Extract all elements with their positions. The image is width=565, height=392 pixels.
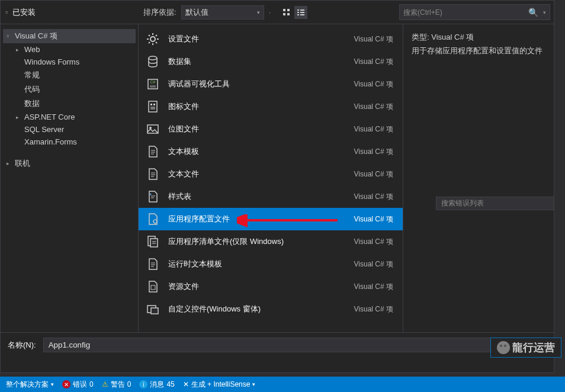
- doc-icon: [145, 143, 161, 160]
- small-icons-view-button[interactable]: [280, 6, 293, 19]
- detail-type-value: Visual C# 项: [431, 33, 474, 41]
- custom-icon: [145, 301, 161, 317]
- search-icon[interactable]: 🔍: [526, 8, 541, 17]
- template-item-tag: Visual C# 项: [354, 102, 397, 112]
- template-item[interactable]: 应用程序配置文件Visual C# 项: [139, 208, 403, 230]
- template-item[interactable]: 样式表Visual C# 项: [139, 185, 403, 208]
- template-item[interactable]: 自定义控件(Windows 窗体)Visual C# 项: [139, 298, 403, 320]
- name-label: 名称(N):: [8, 340, 36, 351]
- status-errors[interactable]: ✕ 错误 0: [62, 380, 94, 390]
- svg-rect-25: [151, 285, 155, 290]
- svg-text:C#: C#: [150, 80, 156, 84]
- detail-type-label: 类型:: [412, 33, 429, 41]
- status-warnings[interactable]: ⚠ 警告 0: [102, 380, 131, 390]
- view-mode-buttons: [280, 6, 307, 19]
- status-build-filter[interactable]: ✕ 生成 + IntelliSense ▾: [183, 380, 256, 390]
- search-input[interactable]: [403, 8, 526, 17]
- template-item[interactable]: 资源文件Visual C# 项: [139, 275, 403, 298]
- tree-expander-icon: ▿: [7, 33, 15, 39]
- template-item-tag: Visual C# 项: [354, 259, 397, 269]
- category-tree[interactable]: ▿Visual C# 项▸WebWindows Forms常规代码数据▸ASP.…: [1, 24, 139, 332]
- info-icon: i: [139, 380, 147, 388]
- status-messages[interactable]: i 消息 45: [139, 380, 174, 390]
- list-view-button[interactable]: [294, 6, 307, 19]
- svg-rect-4: [297, 9, 299, 11]
- svg-rect-3: [287, 13, 290, 15]
- svg-rect-24: [150, 239, 158, 247]
- sort-by-value: 默认值: [185, 7, 208, 18]
- tree-node[interactable]: 代码: [3, 82, 136, 97]
- tree-node-label: Web: [24, 45, 40, 54]
- tree-node[interactable]: SQL Server: [3, 123, 136, 136]
- template-item-tag: Visual C# 项: [354, 34, 397, 44]
- template-list[interactable]: 设置文件Visual C# 项数据集Visual C# 项C#调试器可视化工具V…: [139, 24, 403, 332]
- template-item[interactable]: 文本模板Visual C# 项: [139, 140, 403, 163]
- name-input[interactable]: [43, 338, 547, 352]
- tree-node[interactable]: ▿Visual C# 项: [3, 29, 136, 43]
- svg-rect-6: [297, 12, 299, 13]
- template-item[interactable]: 图标文件Visual C# 项: [139, 95, 403, 118]
- template-item[interactable]: 应用程序清单文件(仅限 Windows)Visual C# 项: [139, 230, 403, 253]
- svg-rect-1: [283, 13, 285, 15]
- tree-node[interactable]: 数据: [3, 97, 136, 111]
- detail-description: 用于存储应用程序配置和设置值的文件: [412, 44, 545, 57]
- template-item[interactable]: 数据集Visual C# 项: [139, 50, 403, 73]
- template-item-tag: Visual C# 项: [354, 304, 397, 314]
- svg-point-11: [149, 56, 157, 60]
- style-icon: [145, 188, 161, 205]
- template-item-tag: Visual C# 项: [354, 282, 397, 292]
- template-item[interactable]: 运行时文本模板Visual C# 项: [139, 253, 403, 275]
- svg-rect-9: [300, 14, 304, 15]
- template-item-tag: Visual C# 项: [354, 192, 397, 202]
- tree-node[interactable]: Windows Forms: [3, 56, 136, 68]
- search-box[interactable]: 🔍 ▾: [399, 4, 550, 20]
- template-item-name: 图标文件: [168, 101, 354, 112]
- svg-rect-17: [153, 104, 155, 105]
- tree-node-label: Visual C# 项: [15, 31, 57, 41]
- svg-rect-18: [150, 107, 155, 110]
- svg-rect-5: [300, 9, 304, 11]
- image-icon: [145, 121, 161, 137]
- dialog-body: ▿Visual C# 项▸WebWindows Forms常规代码数据▸ASP.…: [1, 24, 554, 332]
- tree-node-label: 联机: [15, 158, 30, 169]
- template-item-tag: Visual C# 项: [354, 147, 397, 157]
- template-item-name: 应用程序配置文件: [168, 214, 354, 224]
- tree-node[interactable]: ▸Web: [3, 43, 136, 56]
- wechat-watermark: 龍行运营: [497, 340, 555, 355]
- tree-node-label: 常规: [24, 70, 40, 81]
- tree-node[interactable]: 常规: [3, 68, 136, 82]
- name-row: 名称(N):: [1, 332, 554, 357]
- tree-node-label: ASP.NET Core: [24, 113, 75, 121]
- tree-node[interactable]: Xamarin.Forms: [3, 136, 136, 148]
- template-detail-pane: 类型: Visual C# 项 用于存储应用程序配置和设置值的文件: [403, 24, 554, 332]
- template-item[interactable]: C#调试器可视化工具Visual C# 项: [139, 73, 403, 95]
- error-list-search-placeholder: 搜索错误列表: [441, 199, 484, 207]
- resource-icon: [145, 278, 161, 295]
- template-item-tag: Visual C# 项: [354, 237, 397, 247]
- sort-by-combo[interactable]: 默认值 ▾: [181, 5, 264, 20]
- template-item-tag: Visual C# 项: [354, 214, 397, 224]
- template-item[interactable]: 设置文件Visual C# 项: [139, 28, 403, 50]
- status-scope[interactable]: 整个解决方案 ▾: [6, 380, 54, 390]
- wechat-icon: [497, 341, 510, 354]
- chevron-down-icon[interactable]: ▾: [541, 9, 546, 15]
- svg-rect-0: [283, 9, 285, 11]
- svg-rect-8: [297, 14, 299, 15]
- svg-rect-16: [150, 104, 152, 105]
- warning-icon: ⚠: [102, 380, 108, 388]
- config-icon: [145, 211, 161, 227]
- doc-icon: [145, 256, 161, 272]
- error-list-search[interactable]: 搜索错误列表: [436, 197, 554, 210]
- template-item[interactable]: 位图文件Visual C# 项: [139, 118, 403, 140]
- template-item[interactable]: 文本文件Visual C# 项: [139, 163, 403, 185]
- svg-point-10: [150, 37, 155, 41]
- template-item-name: 调试器可视化工具: [168, 79, 354, 89]
- template-item-name: 数据集: [168, 56, 354, 67]
- chevron-down-icon: ▿: [5, 9, 12, 15]
- installed-tab[interactable]: 已安装: [12, 7, 36, 18]
- tree-node-label: Xamarin.Forms: [24, 137, 77, 146]
- tree-node-label: 数据: [24, 98, 40, 109]
- tree-node[interactable]: ▸联机: [3, 156, 136, 171]
- template-item-name: 设置文件: [168, 34, 354, 44]
- tree-node[interactable]: ▸ASP.NET Core: [3, 111, 136, 123]
